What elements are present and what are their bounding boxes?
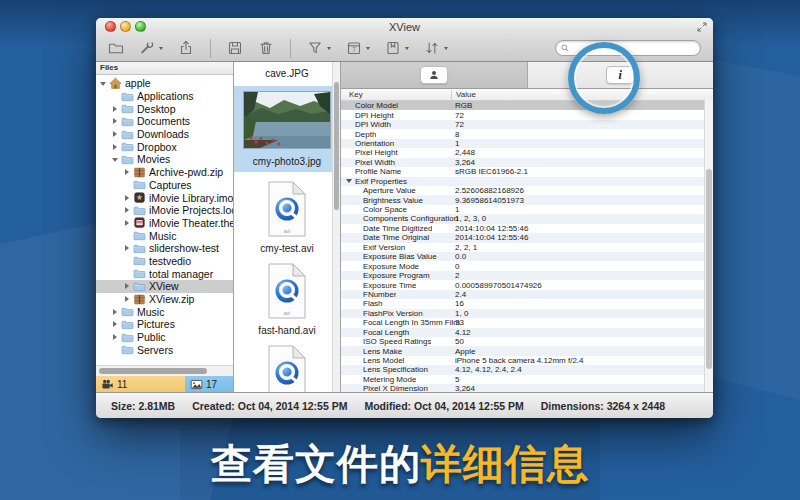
sidebar-item-downloads[interactable]: Downloads: [96, 128, 233, 141]
disclosure-triangle-icon[interactable]: [123, 218, 132, 227]
sidebar-item-label: XView.zip: [149, 293, 194, 305]
sidebar-item-movies[interactable]: Movies: [96, 153, 233, 166]
sidebar-item-music[interactable]: Music: [96, 305, 233, 318]
property-row-orientation[interactable]: Orientation1: [341, 139, 713, 148]
property-row-exposure-mode[interactable]: Exposure Mode0: [341, 261, 713, 270]
property-row-components-configuration[interactable]: Components Configuration1, 2, 3, 0: [341, 214, 713, 223]
delete-button[interactable]: [258, 40, 274, 56]
sidebar-item-dropbox[interactable]: Dropbox: [96, 140, 233, 153]
property-row-aperture-value[interactable]: Aperture Value2.52606882168926: [341, 186, 713, 195]
sidebar-item-public[interactable]: Public: [96, 331, 233, 344]
sidebar-item-imovie-projects-loca[interactable]: iMovie Projects.loca: [96, 204, 233, 217]
fullscreen-icon[interactable]: [697, 22, 707, 32]
minimize-button[interactable]: [120, 21, 131, 32]
share-button[interactable]: [178, 40, 194, 56]
property-row-pixel-x-dimension[interactable]: Pixel X Dimension3,264: [341, 384, 713, 392]
disclosure-triangle-icon[interactable]: [111, 142, 120, 151]
sidebar-item-desktop[interactable]: Desktop: [96, 102, 233, 115]
sidebar-item-slidershow-test[interactable]: slidershow-test: [96, 242, 233, 255]
property-row-profile-name[interactable]: Profile NamesRGB IEC61966-2.1: [341, 167, 713, 176]
sidebar-item-pictures[interactable]: Pictures: [96, 318, 233, 331]
save-button[interactable]: [227, 40, 243, 56]
property-row-date-time-original[interactable]: Date Time Original2014:10:04 12:55:46: [341, 233, 713, 242]
disclosure-triangle-icon[interactable]: [111, 130, 120, 139]
sidebar-item-captures[interactable]: Captures: [96, 179, 233, 192]
property-row-exif-properties[interactable]: Exif Properties: [341, 177, 713, 186]
property-row-brightness-value[interactable]: Brightness Value9.36958614051973: [341, 195, 713, 204]
scrollbar-thumb[interactable]: [706, 169, 712, 369]
zoom-button[interactable]: [135, 21, 146, 32]
property-row-exposure-time[interactable]: Exposure Time0.000589970501474926: [341, 280, 713, 289]
property-row-focal-length[interactable]: Focal Length4.12: [341, 328, 713, 337]
disclosure-triangle-icon[interactable]: [111, 117, 120, 126]
property-row-color-space[interactable]: Color Space1: [341, 205, 713, 214]
search-input[interactable]: [573, 42, 696, 55]
disclosure-triangle-icon[interactable]: [111, 320, 120, 329]
sidebar-horizontal-scrollbar[interactable]: [96, 365, 233, 376]
disclosure-triangle-icon[interactable]: [111, 104, 120, 113]
property-row-pixel-width[interactable]: Pixel Width3,264: [341, 158, 713, 167]
property-row-pixel-height[interactable]: Pixel Height2,448: [341, 148, 713, 157]
property-row-color-model[interactable]: Color ModelRGB: [341, 101, 713, 110]
property-row-exposure-bias-value[interactable]: Exposure Bias Value0.0: [341, 252, 713, 261]
thumbnail-item-cave-jpg[interactable]: cave.JPG: [234, 62, 340, 84]
disclosure-triangle-icon[interactable]: [346, 179, 352, 183]
sidebar-item-archive-pwd-zip[interactable]: Archive-pwd.zip: [96, 166, 233, 179]
inspector-scrollbar[interactable]: [704, 99, 713, 392]
disclosure-triangle-icon[interactable]: [123, 295, 132, 304]
property-row-iso-speed-ratings[interactable]: ISO Speed Ratings50: [341, 337, 713, 346]
thumbnail-scrollbar[interactable]: [332, 62, 340, 392]
new-folder-button[interactable]: [108, 40, 124, 56]
disclosure-triangle-icon[interactable]: [111, 307, 120, 316]
sidebar-item-apple[interactable]: apple: [96, 77, 233, 90]
property-row-dpi-width[interactable]: DPI Width72: [341, 120, 713, 129]
sidebar-item-music[interactable]: Music: [96, 229, 233, 242]
property-row-flash[interactable]: Flash16: [341, 299, 713, 308]
sidebar-item-xview-zip[interactable]: XView.zip: [96, 293, 233, 306]
tools-button[interactable]: [139, 40, 163, 56]
scrollbar-thumb[interactable]: [334, 82, 339, 210]
scrollbar-thumb[interactable]: [99, 368, 207, 374]
property-row-metering-mode[interactable]: Metering Mode5: [341, 375, 713, 384]
sidebar-item-testvedio[interactable]: testvedio: [96, 255, 233, 268]
thumbnail-item-fast-hand-avi[interactable]: avifast-hand.avi: [234, 262, 340, 336]
disclosure-triangle-icon[interactable]: [111, 333, 120, 342]
close-button[interactable]: [105, 21, 116, 32]
disclosure-triangle-icon[interactable]: [111, 155, 120, 164]
property-row-fnumber[interactable]: FNumber2.4: [341, 290, 713, 299]
sidebar-item-imovie-theater-thea[interactable]: iMovie Theater.thea: [96, 217, 233, 230]
thumbnail-item-item[interactable]: MPEG: [234, 344, 340, 392]
filter-button[interactable]: [307, 40, 331, 56]
sidebar-item-imovie-library-imov[interactable]: iMovie Library.imov: [96, 191, 233, 204]
sidebar-item-xview[interactable]: XView: [96, 280, 233, 293]
property-row-depth[interactable]: Depth8: [341, 129, 713, 138]
date-filter-button[interactable]: 7: [346, 40, 370, 56]
tab-info[interactable]: i: [528, 62, 714, 88]
property-row-date-time-digitized[interactable]: Date Time Digitized2014:10:04 12:55:46: [341, 224, 713, 233]
property-row-exif-version[interactable]: Exif Version2, 2, 1: [341, 243, 713, 252]
property-row-lens-specification[interactable]: Lens Specification4.12, 4.12, 2.4, 2.4: [341, 365, 713, 374]
thumbnail-item-cmy-photo3-jpg[interactable]: cmy-photo3.jpg: [234, 86, 340, 172]
property-row-lens-model[interactable]: Lens ModeliPhone 5 back camera 4.12mm f/…: [341, 356, 713, 365]
disclosure-triangle-icon[interactable]: [123, 206, 132, 215]
sidebar-item-documents[interactable]: Documents: [96, 115, 233, 128]
property-row-dpi-height[interactable]: DPI Height72: [341, 110, 713, 119]
tag-filter-button[interactable]: [385, 40, 409, 56]
tab-contact-sheet[interactable]: [341, 62, 528, 88]
sort-button[interactable]: [424, 40, 448, 56]
search-field[interactable]: [555, 40, 701, 56]
title-bar[interactable]: XView: [96, 18, 713, 35]
thumbnail-item-cmy-test-avi[interactable]: avicmy-test.avi: [234, 180, 340, 254]
property-row-flashpix-version[interactable]: FlashPix Version1, 0: [341, 309, 713, 318]
disclosure-triangle-icon[interactable]: [123, 244, 132, 253]
property-row-lens-make[interactable]: Lens MakeApple: [341, 346, 713, 355]
disclosure-triangle-icon[interactable]: [123, 282, 132, 291]
sidebar-item-total-manager[interactable]: total manager: [96, 267, 233, 280]
sidebar-item-applications[interactable]: Applications: [96, 90, 233, 103]
disclosure-triangle-icon[interactable]: [123, 168, 132, 177]
disclosure-triangle-icon[interactable]: [123, 193, 132, 202]
disclosure-triangle-icon[interactable]: [99, 79, 108, 88]
property-row-exposure-program[interactable]: Exposure Program2: [341, 271, 713, 280]
sidebar-item-servers[interactable]: Servers: [96, 343, 233, 356]
property-row-focal-length-in-35mm-film[interactable]: Focal Length In 35mm Film33: [341, 318, 713, 327]
